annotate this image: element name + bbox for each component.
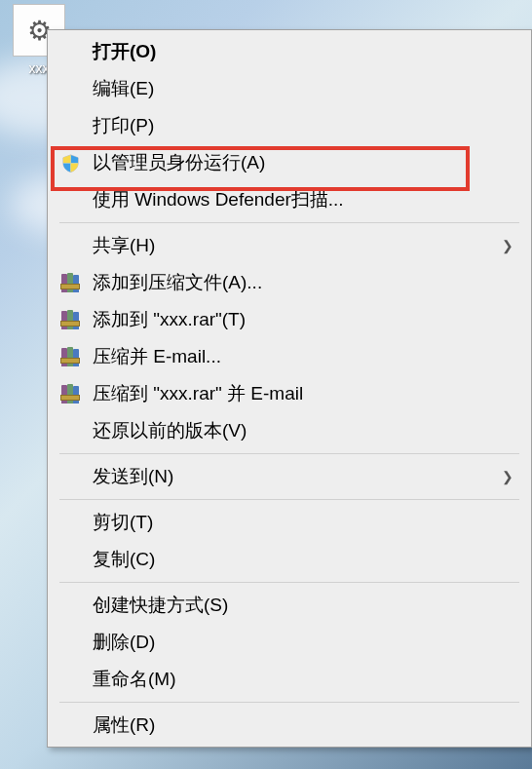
blank-icon <box>57 632 83 653</box>
menu-run-as-admin[interactable]: 以管理员身份运行(A) <box>50 144 529 181</box>
winrar-icon <box>57 383 83 404</box>
menu-separator <box>59 453 519 454</box>
blank-icon <box>57 41 83 62</box>
chevron-right-icon: ❯ <box>502 238 513 253</box>
winrar-icon <box>57 346 83 367</box>
chevron-right-icon: ❯ <box>502 469 513 484</box>
menu-copy[interactable]: 复制(C) <box>50 541 529 578</box>
menu-add-archive-label: 添加到压缩文件(A)... <box>93 270 510 295</box>
menu-share[interactable]: 共享(H) ❯ <box>50 227 529 264</box>
menu-edit-label: 编辑(E) <box>93 76 510 101</box>
menu-shortcut-label: 创建快捷方式(S) <box>93 593 510 618</box>
blank-icon <box>57 189 83 211</box>
menu-defender-label: 使用 Windows Defender扫描... <box>93 187 510 212</box>
menu-separator <box>59 702 519 703</box>
menu-rename-label: 重命名(M) <box>93 667 510 692</box>
menu-print[interactable]: 打印(P) <box>50 107 529 144</box>
menu-open[interactable]: 打开(O) <box>50 33 529 70</box>
menu-open-label: 打开(O) <box>93 39 510 64</box>
blank-icon <box>57 466 83 487</box>
menu-compress-email[interactable]: 压缩并 E-mail... <box>50 338 529 375</box>
menu-print-label: 打印(P) <box>93 113 510 138</box>
winrar-icon <box>57 272 83 293</box>
menu-compress-email-label: 压缩并 E-mail... <box>93 344 510 369</box>
blank-icon <box>57 549 83 570</box>
menu-run-admin-label: 以管理员身份运行(A) <box>93 150 510 175</box>
menu-add-rar-label: 添加到 "xxx.rar"(T) <box>93 307 510 332</box>
menu-create-shortcut[interactable]: 创建快捷方式(S) <box>50 587 529 624</box>
menu-compress-rar-email[interactable]: 压缩到 "xxx.rar" 并 E-mail <box>50 375 529 412</box>
menu-delete-label: 删除(D) <box>93 630 510 655</box>
menu-send-to[interactable]: 发送到(N) ❯ <box>50 458 529 495</box>
menu-properties[interactable]: 属性(R) <box>50 707 529 744</box>
blank-icon <box>57 235 83 256</box>
menu-defender-scan[interactable]: 使用 Windows Defender扫描... <box>50 181 529 218</box>
menu-rename[interactable]: 重命名(M) <box>50 661 529 698</box>
menu-properties-label: 属性(R) <box>93 712 510 738</box>
menu-copy-label: 复制(C) <box>93 547 510 572</box>
menu-share-label: 共享(H) <box>93 233 510 258</box>
blank-icon <box>57 669 83 690</box>
blank-icon <box>57 115 83 136</box>
blank-icon <box>57 78 83 99</box>
menu-compress-rar-email-label: 压缩到 "xxx.rar" 并 E-mail <box>93 381 510 406</box>
menu-restore-versions[interactable]: 还原以前的版本(V) <box>50 412 529 449</box>
blank-icon <box>57 595 83 616</box>
menu-separator <box>59 582 519 583</box>
blank-icon <box>57 714 83 736</box>
menu-separator <box>59 499 519 500</box>
blank-icon <box>57 512 83 533</box>
menu-edit[interactable]: 编辑(E) <box>50 70 529 107</box>
menu-delete[interactable]: 删除(D) <box>50 624 529 661</box>
blank-icon <box>57 420 83 442</box>
uac-shield-icon <box>57 152 83 173</box>
menu-sendto-label: 发送到(N) <box>93 464 510 489</box>
context-menu: 打开(O) 编辑(E) 打印(P) 以管理员身份运行(A) 使用 Windows… <box>47 29 532 748</box>
menu-cut-label: 剪切(T) <box>93 510 510 535</box>
menu-add-to-archive[interactable]: 添加到压缩文件(A)... <box>50 264 529 301</box>
menu-cut[interactable]: 剪切(T) <box>50 504 529 541</box>
menu-restore-label: 还原以前的版本(V) <box>93 418 510 443</box>
menu-separator <box>59 222 519 223</box>
menu-add-to-rar[interactable]: 添加到 "xxx.rar"(T) <box>50 301 529 338</box>
winrar-icon <box>57 309 83 330</box>
